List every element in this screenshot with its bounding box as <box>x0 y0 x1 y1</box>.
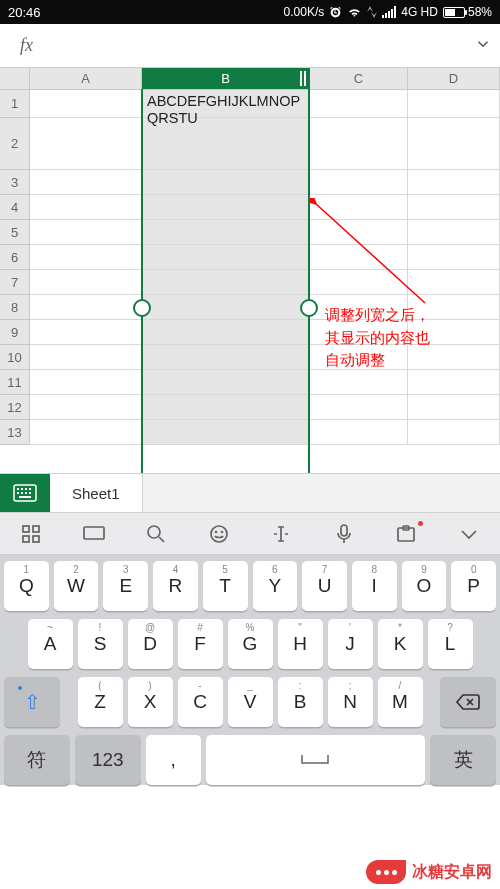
key-e[interactable]: 3E <box>103 561 148 611</box>
chevron-down-icon[interactable] <box>474 35 492 57</box>
tabs-empty-area[interactable] <box>143 474 500 512</box>
key-h[interactable]: "H <box>278 619 323 669</box>
cell[interactable] <box>408 270 500 295</box>
keyboard-toggle-button[interactable] <box>0 474 50 512</box>
row-header[interactable]: 4 <box>0 195 30 220</box>
key-y[interactable]: 6Y <box>253 561 298 611</box>
cell[interactable] <box>30 420 142 445</box>
key-r[interactable]: 4R <box>153 561 198 611</box>
spreadsheet-grid[interactable]: ABCD 12345678910111213 ABCDEFGHIJKLMNOPQ… <box>0 68 500 473</box>
cell[interactable] <box>142 195 310 220</box>
shift-key[interactable]: ⇧ <box>4 677 60 727</box>
resize-handle-left[interactable] <box>133 299 151 317</box>
key-m[interactable]: /M <box>378 677 423 727</box>
space-key[interactable] <box>206 735 426 785</box>
cell[interactable] <box>30 195 142 220</box>
key-c[interactable]: -C <box>178 677 223 727</box>
cell[interactable] <box>408 195 500 220</box>
smile-icon[interactable] <box>196 515 242 553</box>
cell[interactable] <box>310 170 408 195</box>
formula-bar[interactable]: fx <box>0 24 500 68</box>
search-icon[interactable] <box>133 515 179 553</box>
key-l[interactable]: ?L <box>428 619 473 669</box>
cell[interactable] <box>30 245 142 270</box>
grid-icon[interactable] <box>8 515 54 553</box>
cell[interactable] <box>310 195 408 220</box>
key-d[interactable]: @D <box>128 619 173 669</box>
cell[interactable] <box>310 270 408 295</box>
symbol-key[interactable]: 符 <box>4 735 70 785</box>
cell[interactable] <box>142 245 310 270</box>
col-header-a[interactable]: A <box>30 68 142 90</box>
clipboard-icon[interactable] <box>383 515 429 553</box>
cell[interactable] <box>30 170 142 195</box>
key-t[interactable]: 5T <box>203 561 248 611</box>
row-header[interactable]: 6 <box>0 245 30 270</box>
row-header[interactable]: 5 <box>0 220 30 245</box>
cell[interactable] <box>30 270 142 295</box>
key-b[interactable]: :B <box>278 677 323 727</box>
cell[interactable] <box>30 320 142 345</box>
cell[interactable] <box>408 420 500 445</box>
row-header[interactable]: 12 <box>0 395 30 420</box>
row-header[interactable]: 1 <box>0 90 30 118</box>
row-header[interactable]: 9 <box>0 320 30 345</box>
cell[interactable] <box>30 345 142 370</box>
key-g[interactable]: %G <box>228 619 273 669</box>
cell[interactable] <box>30 90 142 118</box>
number-key[interactable]: 123 <box>75 735 141 785</box>
key-x[interactable]: )X <box>128 677 173 727</box>
cell[interactable] <box>30 370 142 395</box>
cell[interactable] <box>408 170 500 195</box>
cell[interactable] <box>30 118 142 170</box>
cell[interactable] <box>142 295 310 320</box>
row-header[interactable]: 7 <box>0 270 30 295</box>
cell[interactable] <box>310 370 408 395</box>
key-j[interactable]: 'J <box>328 619 373 669</box>
cell[interactable] <box>310 395 408 420</box>
row-header[interactable]: 2 <box>0 118 30 170</box>
cursor-icon[interactable] <box>258 515 304 553</box>
row-header[interactable]: 11 <box>0 370 30 395</box>
cell[interactable] <box>142 320 310 345</box>
cell[interactable] <box>310 420 408 445</box>
cell[interactable] <box>30 395 142 420</box>
key-s[interactable]: !S <box>78 619 123 669</box>
key-i[interactable]: 8I <box>352 561 397 611</box>
comma-key[interactable]: , <box>146 735 201 785</box>
keyboard-icon[interactable] <box>71 515 117 553</box>
cell[interactable] <box>142 395 310 420</box>
cell[interactable] <box>408 118 500 170</box>
key-p[interactable]: 0P <box>451 561 496 611</box>
cell[interactable] <box>30 295 142 320</box>
key-z[interactable]: (Z <box>78 677 123 727</box>
row-header[interactable]: 3 <box>0 170 30 195</box>
cell[interactable] <box>310 245 408 270</box>
collapse-icon[interactable] <box>446 515 492 553</box>
cell[interactable] <box>30 220 142 245</box>
cell[interactable] <box>310 118 408 170</box>
resize-handle-right[interactable] <box>300 299 318 317</box>
cell[interactable] <box>142 270 310 295</box>
key-n[interactable]: ;N <box>328 677 373 727</box>
col-header-c[interactable]: C <box>310 68 408 90</box>
cell[interactable] <box>408 245 500 270</box>
cell[interactable] <box>310 220 408 245</box>
key-v[interactable]: _V <box>228 677 273 727</box>
col-header-d[interactable]: D <box>408 68 500 90</box>
cell[interactable] <box>142 170 310 195</box>
cell[interactable] <box>408 90 500 118</box>
backspace-key[interactable] <box>440 677 496 727</box>
mic-icon[interactable] <box>321 515 367 553</box>
key-a[interactable]: ~A <box>28 619 73 669</box>
cell[interactable] <box>142 220 310 245</box>
cell[interactable] <box>408 370 500 395</box>
cell[interactable] <box>142 420 310 445</box>
col-header-b[interactable]: B <box>142 68 310 90</box>
lang-key[interactable]: 英 <box>430 735 496 785</box>
key-q[interactable]: 1Q <box>4 561 49 611</box>
cell[interactable] <box>408 220 500 245</box>
key-w[interactable]: 2W <box>54 561 99 611</box>
cell[interactable] <box>142 345 310 370</box>
cell[interactable] <box>408 395 500 420</box>
